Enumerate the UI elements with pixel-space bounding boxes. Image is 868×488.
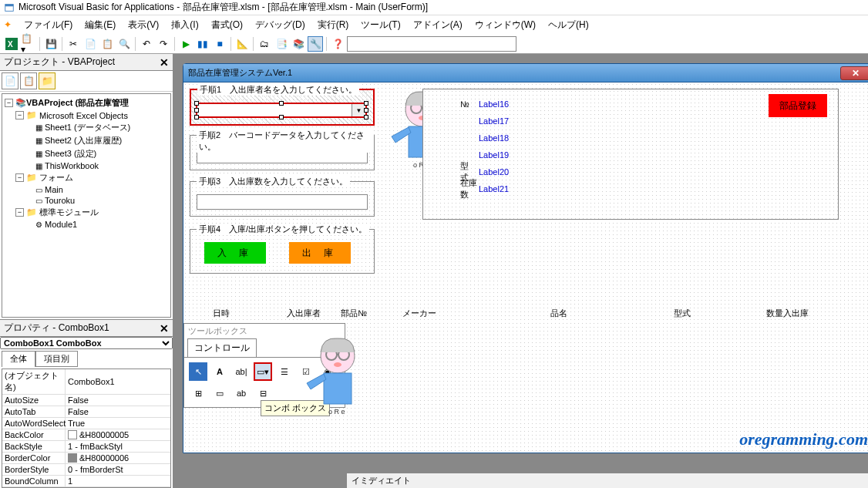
tb-dropdown[interactable]: [347, 36, 516, 52]
tool-frame-icon[interactable]: ▭: [210, 384, 229, 402]
prop-val[interactable]: False: [66, 395, 170, 406]
tool-button-icon[interactable]: ab: [232, 384, 251, 402]
sheet-icon: ▦: [35, 136, 42, 145]
menu-debug[interactable]: デバッグ(D): [249, 17, 311, 33]
form-icon: ▭: [35, 197, 42, 205]
tree-forms[interactable]: フォーム: [39, 172, 73, 183]
frame-step4[interactable]: 手順4 入庫/出庫ボタンを押してください。 入 庫 出 庫: [190, 229, 375, 274]
module-icon: ⚙: [35, 220, 42, 229]
prop-name: BorderStyle: [2, 464, 66, 475]
tree-sheet1[interactable]: Sheet1 (データベース): [45, 122, 130, 133]
info-val: Label18: [479, 133, 509, 143]
tb-design-icon[interactable]: 📐: [234, 36, 250, 52]
toolbox-tab-controls[interactable]: コントロール: [187, 338, 257, 357]
expander-icon[interactable]: −: [15, 173, 24, 182]
prop-val[interactable]: True: [66, 418, 170, 429]
expander-icon[interactable]: −: [15, 111, 24, 119]
prop-val[interactable]: False: [66, 406, 170, 417]
register-button[interactable]: 部品登録: [769, 94, 827, 117]
menu-insert[interactable]: 挿入(I): [165, 17, 204, 33]
tb-undo-icon[interactable]: ↶: [139, 36, 154, 52]
tb-paste-icon[interactable]: 📋: [99, 36, 115, 52]
vba-project-icon: 📚: [15, 98, 26, 108]
stock-in-button[interactable]: 入 庫: [204, 242, 266, 264]
tb-help-icon[interactable]: ❓: [330, 36, 345, 52]
form-close-icon[interactable]: ✕: [840, 66, 868, 80]
tb-browser-icon[interactable]: 📚: [291, 36, 306, 52]
prop-grid[interactable]: (オブジェクト名)ComboBox1 AutoSizeFalse AutoTab…: [2, 369, 171, 488]
tool-combobox-icon[interactable]: ▭▾: [254, 362, 272, 381]
prop-val[interactable]: &H80000006: [66, 453, 170, 463]
proj-view-code-icon[interactable]: 📄: [2, 72, 19, 89]
tb-insert-icon[interactable]: 📋▾: [21, 36, 36, 52]
form-title: 部品在庫管理システムVer.1: [188, 67, 840, 79]
tb-excel-icon[interactable]: X: [4, 36, 19, 52]
prop-object-select[interactable]: ComboBox1 ComboBox: [0, 337, 173, 349]
tree-sheet3[interactable]: Sheet3 (設定): [45, 148, 96, 160]
tb-toolbox-icon[interactable]: 🔧: [308, 36, 323, 52]
project-close-icon[interactable]: ✕: [160, 56, 169, 69]
tree-modules[interactable]: 標準モジュール: [39, 207, 99, 218]
tb-project-icon[interactable]: 🗂: [257, 36, 272, 52]
prop-val[interactable]: ComboBox1: [66, 369, 170, 394]
prop-val[interactable]: 1 - fmBackStyl: [66, 441, 170, 452]
tb-stop-icon[interactable]: ■: [212, 36, 227, 52]
frame-step1[interactable]: 手順1 入出庫者名を入力してください。 ▼: [190, 89, 375, 126]
frame-step3[interactable]: 手順3 入出庫数を入力してください。: [190, 181, 375, 217]
tb-run-icon[interactable]: ▶: [178, 36, 193, 52]
tool-select-icon[interactable]: ↖: [189, 362, 207, 381]
tb-copy-icon[interactable]: 📄: [82, 36, 98, 52]
folder-icon: 📁: [26, 207, 37, 217]
menu-help[interactable]: ヘルプ(H): [542, 17, 595, 33]
tree-form-touroku[interactable]: Touroku: [45, 196, 75, 205]
frame1-label: 手順1 入出庫者名を入力してください。: [197, 84, 359, 96]
prop-tab-all[interactable]: 全体: [2, 351, 35, 367]
stock-out-button[interactable]: 出 庫: [289, 242, 351, 264]
quantity-input[interactable]: [197, 194, 368, 210]
tb-cut-icon[interactable]: ✂: [66, 36, 81, 52]
tb-redo-icon[interactable]: ↷: [156, 36, 171, 52]
tree-workbook[interactable]: ThisWorkbook: [45, 161, 99, 170]
menu-format[interactable]: 書式(O): [205, 17, 249, 33]
tool-textbox-icon[interactable]: ab|: [232, 362, 251, 381]
tool-label-icon[interactable]: A: [210, 362, 229, 381]
expander-icon[interactable]: −: [5, 99, 13, 107]
immediate-window-title[interactable]: イミディエイト: [347, 473, 868, 488]
tool-toggle-icon[interactable]: ⊞: [189, 384, 207, 402]
info-val: Label19: [479, 150, 509, 160]
tree-form-main[interactable]: Main: [45, 185, 63, 194]
menu-window[interactable]: ウィンドウ(W): [469, 17, 542, 33]
info-val: Label21: [479, 184, 509, 194]
tree-root[interactable]: VBAProject (部品在庫管理: [26, 97, 129, 109]
proj-view-object-icon[interactable]: 📋: [20, 72, 37, 89]
col-datetime: 日時: [190, 308, 236, 319]
proj-folder-icon[interactable]: 📁: [39, 72, 56, 89]
menu-addins[interactable]: アドイン(A): [407, 17, 469, 33]
prop-panel-title: プロパティ - ComboBox1: [4, 321, 109, 335]
prop-val[interactable]: &H80000005: [66, 429, 170, 440]
prop-close-icon[interactable]: ✕: [160, 322, 169, 335]
combobox1-selected[interactable]: ▼: [196, 103, 367, 118]
menu-edit[interactable]: 編集(E): [79, 17, 122, 33]
prop-tab-cat[interactable]: 項目別: [35, 351, 78, 367]
project-tree[interactable]: −📚 VBAProject (部品在庫管理 −📁Microsoft Excel …: [2, 93, 171, 318]
tree-sheet2[interactable]: Sheet2 (入出庫履歴): [45, 135, 122, 146]
menu-tools[interactable]: ツール(T): [355, 17, 406, 33]
tb-pause-icon[interactable]: ▮▮: [195, 36, 210, 52]
frame-step2[interactable]: 手順2 バーコードデータを入力してください。: [190, 135, 375, 170]
project-panel-header: プロジェクト - VBAProject ✕: [0, 54, 173, 71]
prop-val[interactable]: 0 - fmBorderSt: [66, 464, 170, 475]
userform-designer[interactable]: 部品在庫管理システムVer.1 ✕ 手順1 入出庫者名を入力してください。 ▼: [183, 63, 868, 453]
menu-file[interactable]: ファイル(F): [18, 17, 79, 33]
tb-save-icon[interactable]: 💾: [43, 36, 59, 52]
tb-properties-icon[interactable]: 📑: [274, 36, 289, 52]
tb-find-icon[interactable]: 🔍: [116, 36, 132, 52]
expander-icon[interactable]: −: [15, 208, 24, 217]
menu-run[interactable]: 実行(R): [311, 17, 355, 33]
sheet-icon: ▦: [35, 150, 42, 158]
tree-excel-objects[interactable]: Microsoft Excel Objects: [39, 111, 128, 120]
menu-view[interactable]: 表示(V): [122, 17, 165, 33]
tool-listbox-icon[interactable]: ☰: [275, 362, 294, 381]
tree-module1[interactable]: Module1: [45, 220, 77, 229]
prop-val[interactable]: 1: [66, 476, 170, 486]
